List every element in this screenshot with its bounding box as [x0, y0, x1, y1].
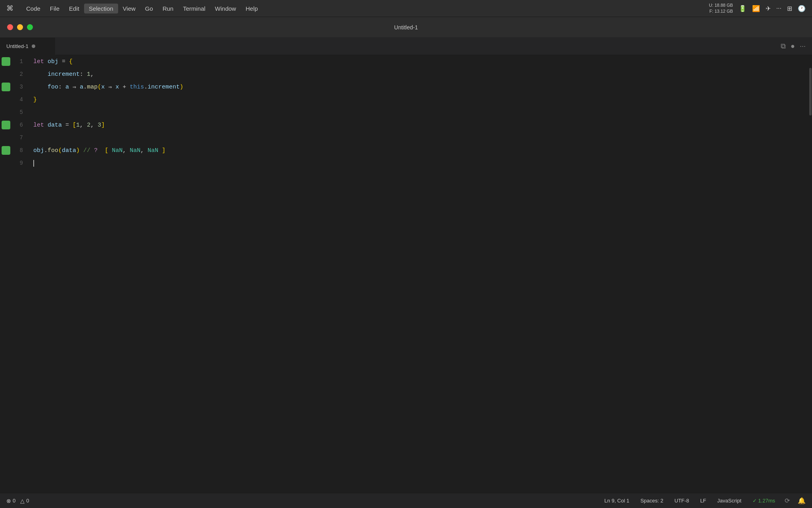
scrollbar-thumb[interactable] — [809, 68, 812, 115]
token-data: data — [48, 122, 62, 129]
tab-unsaved-dot — [32, 44, 35, 48]
cursor — [33, 160, 38, 167]
editor-container: 1 2 3 4 5 6 7 8 — [0, 55, 812, 493]
token-increment-key: increment — [48, 71, 80, 78]
tab-label: Untitled-1 — [6, 43, 29, 49]
token-this: this — [130, 84, 144, 90]
token-obj-ref: obj — [33, 147, 44, 154]
line-row-8: 8 — [0, 144, 27, 157]
code-line-3: foo : a ⇒ a . map ( x ⇒ x + this . incre… — [27, 81, 812, 93]
token-question: ? — [94, 147, 98, 154]
line-number-8: 8 — [10, 147, 26, 154]
line-number-1: 1 — [10, 58, 26, 65]
minimize-button[interactable] — [17, 24, 23, 30]
token-data-ref: data — [62, 147, 76, 154]
token-x-body: x — [115, 84, 119, 90]
menu-edit[interactable]: Edit — [64, 4, 84, 13]
error-count: 0 — [13, 498, 15, 504]
status-spaces[interactable]: Spaces: 2 — [639, 497, 665, 504]
token-close-paren-1: ) — [180, 84, 183, 90]
bell-icon[interactable]: 🔔 — [798, 497, 806, 504]
token-open-brace-1: { — [69, 58, 73, 65]
titlebar: Untitled-1 — [0, 17, 812, 38]
sync-icon[interactable]: ⟳ — [785, 497, 790, 504]
clock-icon[interactable]: 🕐 — [798, 5, 806, 12]
line-number-9: 9 — [10, 160, 26, 166]
dot-icon: ● — [791, 42, 795, 50]
menu-terminal[interactable]: Terminal — [178, 4, 210, 13]
menu-code[interactable]: Code — [21, 4, 45, 13]
breakpoint-6[interactable] — [2, 121, 10, 129]
line-number-4: 4 — [10, 96, 26, 103]
line-number-6: 6 — [10, 122, 26, 128]
statusbar: ⊗ 0 △ 0 Ln 9, Col 1 Spaces: 2 UTF-8 LF J… — [0, 493, 812, 508]
code-editor[interactable]: let obj = { increment : 1 , foo : a ⇒ a — [27, 55, 812, 493]
more-actions-icon[interactable]: ··· — [800, 42, 806, 50]
menu-selection[interactable]: Selection — [84, 4, 118, 13]
sys-info: U: 18.88 GB F: 13.12 GB — [709, 2, 733, 15]
token-close-bracket: ] — [101, 122, 105, 129]
tab-untitled[interactable]: Untitled-1 — [0, 38, 56, 55]
breakpoint-8[interactable] — [2, 146, 10, 155]
breakpoint-3[interactable] — [2, 83, 10, 91]
code-line-8: obj . foo ( data ) // ? [ NaN , NaN , Na… — [27, 144, 812, 157]
window-title: Untitled-1 — [394, 24, 418, 31]
token-let-2: let — [33, 122, 44, 129]
menu-view[interactable]: View — [118, 4, 140, 13]
menu-go[interactable]: Go — [140, 4, 158, 13]
token-arrow-2: ⇒ — [108, 83, 112, 91]
status-eol[interactable]: LF — [699, 497, 708, 504]
token-obj: obj — [48, 58, 58, 65]
ellipsis-icon[interactable]: ··· — [776, 5, 781, 12]
token-num-3: 3 — [98, 122, 101, 129]
token-nan-3: NaN — [147, 147, 158, 154]
line-row-6: 6 — [0, 119, 27, 131]
token-a-param: a — [65, 84, 69, 90]
menu-run[interactable]: Run — [158, 4, 178, 13]
maximize-button[interactable] — [27, 24, 33, 30]
status-timing[interactable]: ✓ 1.27ms — [751, 497, 777, 504]
status-errors[interactable]: ⊗ 0 △ 0 — [6, 498, 29, 504]
menubar: ⌘ Code File Edit Selection View Go Run T… — [0, 0, 812, 17]
status-encoding[interactable]: UTF-8 — [673, 497, 691, 504]
sys-info-u: U: 18.88 GB — [709, 2, 733, 8]
sys-info-f: F: 13.12 GB — [709, 8, 733, 14]
status-language[interactable]: JavaScript — [716, 497, 743, 504]
line-row-2: 2 — [0, 68, 27, 81]
line-row-7: 7 — [0, 131, 27, 144]
code-line-7 — [27, 131, 812, 144]
token-result-open-bracket: [ — [105, 147, 108, 154]
token-close-brace-1: } — [33, 96, 37, 103]
split-editor-icon[interactable]: ⧉ — [781, 42, 786, 50]
status-ln-col[interactable]: Ln 9, Col 1 — [603, 497, 631, 504]
menu-help[interactable]: Help — [241, 4, 262, 13]
token-open-bracket: [ — [73, 122, 76, 129]
token-open-paren-2: ( — [58, 147, 62, 154]
menubar-right: U: 18.88 GB F: 13.12 GB 🔋 📶 ✈ ··· ⊞ 🕐 — [709, 2, 806, 15]
battery-icon: 🔋 — [739, 5, 747, 12]
tabbar: Untitled-1 ⧉ ● ··· — [0, 38, 812, 55]
close-button[interactable] — [7, 24, 13, 30]
menu-window[interactable]: Window — [210, 4, 241, 13]
controlcenter-icon[interactable]: ⊞ — [787, 5, 792, 12]
editor-scrollbar[interactable] — [809, 55, 812, 493]
token-let-1: let — [33, 58, 44, 65]
token-x-param: x — [101, 84, 105, 90]
status-left: ⊗ 0 △ 0 — [6, 498, 29, 504]
status-right: Ln 9, Col 1 Spaces: 2 UTF-8 LF JavaScrip… — [603, 497, 806, 504]
apple-logo-icon[interactable]: ⌘ — [6, 4, 13, 13]
token-comment: // — [83, 147, 94, 154]
menu-file[interactable]: File — [45, 4, 64, 13]
line-row-4: 4 — [0, 93, 27, 106]
token-increment-prop: increment — [147, 84, 180, 90]
token-foo-call: foo — [48, 147, 58, 154]
line-row-5: 5 — [0, 106, 27, 119]
token-map: map — [87, 84, 98, 90]
line-number-5: 5 — [10, 109, 26, 115]
gutter: 1 2 3 4 5 6 7 8 — [0, 55, 27, 493]
breakpoint-1[interactable] — [2, 57, 10, 66]
token-result-close-bracket: ] — [162, 147, 165, 154]
token-nan-1: NaN — [112, 147, 123, 154]
line-number-7: 7 — [10, 135, 26, 141]
code-line-9 — [27, 157, 812, 169]
